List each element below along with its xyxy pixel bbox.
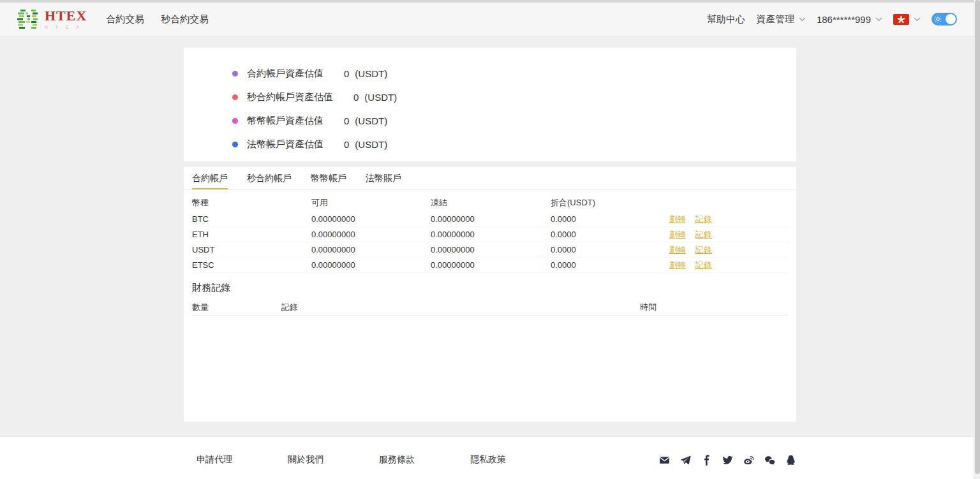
transfer-link[interactable]: 劃轉	[669, 244, 686, 256]
column-header: 凍結	[431, 197, 551, 209]
account-dot-icon	[232, 94, 238, 100]
summary-item: 合約帳戶資產估值0(USDT)	[232, 62, 796, 85]
account-dot-icon	[232, 142, 238, 147]
summary-item: 幣幣帳戶資產估值0(USDT)	[232, 109, 796, 133]
scrollbar-thumb[interactable]	[975, 0, 980, 474]
account-phone: 186******999	[817, 14, 871, 25]
frozen-cell: 0.00000000	[431, 214, 551, 224]
record-link[interactable]: 記錄	[695, 244, 712, 256]
transfer-link[interactable]: 劃轉	[669, 260, 686, 271]
tab-second-contract[interactable]: 秒合約帳戶	[247, 167, 292, 189]
twitter-icon[interactable]	[722, 455, 733, 466]
summary-unit: (USDT)	[355, 68, 387, 79]
toggle-knob	[946, 14, 956, 24]
chevron-down-icon	[799, 17, 806, 22]
footer-link-terms-of-service[interactable]: 服務條款	[379, 454, 415, 466]
asset-management-menu[interactable]: 資產管理	[756, 13, 806, 26]
converted-cell: 0.0000	[551, 214, 669, 224]
main-nav: 合約交易秒合約交易	[106, 13, 209, 26]
records-table-header: 數量記錄時間	[192, 299, 788, 316]
coin-cell: ETH	[192, 230, 311, 239]
sun-icon	[934, 15, 942, 23]
summary-value: 0	[353, 92, 359, 103]
telegram-icon[interactable]	[680, 455, 691, 466]
footer: 申請代理關於我們服務條款隱私政策	[0, 436, 980, 479]
records-column-header: 記錄	[281, 302, 640, 313]
nav-item-second-contract-trading[interactable]: 秒合約交易	[161, 13, 209, 26]
asset-summary-panel: 合約帳戶資產估值0(USDT)秒合約帳戶資產估值0(USDT)幣幣帳戶資產估值0…	[184, 48, 796, 161]
column-header: 幣種	[192, 197, 311, 209]
summary-label: 秒合約帳戶資產估值	[247, 91, 333, 103]
chevron-down-icon	[875, 17, 882, 22]
facebook-icon[interactable]	[701, 455, 712, 466]
asset-table: 幣種可用凍結折合(USDT) BTC0.000000000.000000000.…	[192, 194, 788, 273]
converted-cell: 0.0000	[551, 245, 669, 254]
help-center-link[interactable]: 幫助中心	[707, 13, 745, 26]
row-actions: 劃轉記錄	[669, 229, 788, 240]
footer-link-apply-agent[interactable]: 申請代理	[197, 454, 232, 466]
row-actions: 劃轉記錄	[669, 260, 788, 271]
transfer-link[interactable]: 劃轉	[669, 229, 686, 240]
logo-title: HTEX	[45, 9, 87, 23]
available-cell: 0.00000000	[311, 245, 431, 254]
records-column-header: 時間	[640, 302, 788, 313]
logo-subtitle: H T E X	[45, 25, 87, 29]
record-link[interactable]: 記錄	[695, 229, 712, 240]
frozen-cell: 0.00000000	[431, 245, 551, 254]
tab-spot[interactable]: 幣幣帳戶	[311, 167, 346, 189]
account-dot-icon	[232, 71, 238, 77]
account-dot-icon	[232, 118, 238, 124]
column-header: 折合(USDT)	[551, 197, 669, 209]
weibo-icon[interactable]	[743, 455, 754, 466]
table-row: BTC0.000000000.000000000.0000劃轉記錄	[192, 212, 788, 227]
summary-label: 合約帳戶資產估值	[247, 68, 323, 80]
summary-item: 法幣帳戶資產估值0(USDT)	[232, 133, 796, 156]
top-nav: HTEX H T E X 合約交易秒合約交易 幫助中心 資產管理 186****…	[0, 0, 980, 36]
coin-cell: ETSC	[192, 260, 311, 270]
table-row: ETSC0.000000000.000000000.0000劃轉記錄	[192, 258, 788, 273]
tab-fiat[interactable]: 法幣賬戶	[366, 167, 401, 189]
available-cell: 0.00000000	[311, 214, 431, 224]
frozen-cell: 0.00000000	[431, 260, 551, 270]
email-icon[interactable]	[659, 455, 670, 466]
records-empty-area	[184, 316, 796, 411]
account-menu[interactable]: 186******999	[817, 14, 882, 25]
footer-link-about-us[interactable]: 關於我們	[288, 454, 323, 466]
transfer-link[interactable]: 劃轉	[669, 214, 686, 225]
footer-link-privacy-policy[interactable]: 隱私政策	[470, 454, 506, 466]
logo-mark-icon	[16, 8, 40, 31]
summary-value: 0	[344, 139, 349, 150]
summary-unit: (USDT)	[364, 92, 397, 103]
coin-cell: USDT	[192, 245, 311, 254]
available-cell: 0.00000000	[311, 230, 431, 239]
summary-value: 0	[344, 68, 349, 79]
record-link[interactable]: 記錄	[695, 260, 712, 271]
language-selector[interactable]	[893, 14, 921, 25]
converted-cell: 0.0000	[551, 230, 669, 239]
accounts-panel: 合約帳戶秒合約帳戶幣幣帳戶法幣賬戶 幣種可用凍結折合(USDT) BTC0.00…	[184, 167, 796, 422]
footer-social	[659, 455, 796, 466]
account-tabs: 合約帳戶秒合約帳戶幣幣帳戶法幣賬戶	[184, 167, 796, 190]
summary-label: 幣幣帳戶資產估值	[247, 115, 323, 127]
footer-links: 申請代理關於我們服務條款隱私政策	[197, 454, 506, 466]
theme-toggle[interactable]	[932, 13, 957, 26]
hong-kong-flag-icon	[893, 14, 909, 25]
summary-unit: (USDT)	[355, 115, 387, 126]
table-row: USDT0.000000000.000000000.0000劃轉記錄	[192, 242, 788, 258]
available-cell: 0.00000000	[311, 260, 431, 270]
summary-value: 0	[344, 115, 349, 126]
asset-table-header: 幣種可用凍結折合(USDT)	[192, 194, 788, 212]
record-link[interactable]: 記錄	[695, 214, 712, 225]
scrollbar[interactable]	[974, 0, 980, 479]
wechat-icon[interactable]	[764, 455, 775, 466]
tab-contract[interactable]: 合約帳戶	[192, 167, 228, 189]
logo[interactable]: HTEX H T E X	[16, 8, 87, 31]
table-row: ETH0.000000000.000000000.0000劃轉記錄	[192, 227, 788, 242]
converted-cell: 0.0000	[551, 260, 669, 270]
summary-item: 秒合約帳戶資產估值0(USDT)	[232, 85, 796, 109]
row-actions: 劃轉記錄	[669, 214, 788, 225]
qq-icon[interactable]	[785, 455, 796, 466]
chevron-down-icon	[914, 17, 921, 22]
records-column-header: 數量	[192, 302, 281, 313]
nav-item-contract-trading[interactable]: 合約交易	[106, 13, 144, 26]
